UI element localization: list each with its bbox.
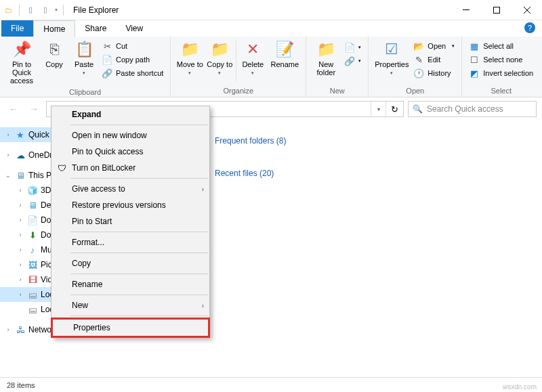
copy-to-button[interactable]: 📁 Copy to ▾ (205, 39, 234, 76)
forward-button[interactable]: → (26, 101, 42, 117)
easy-access-button[interactable]: 🔗▾ (341, 55, 364, 67)
history-button[interactable]: 🕐History (411, 67, 457, 79)
context-menu: Expand Open in new window Pin to Quick a… (51, 106, 210, 338)
cm-format[interactable]: Format... (51, 234, 209, 251)
delete-icon: ✕ (243, 40, 263, 59)
group-label: Clipboard (0, 87, 170, 98)
copy-to-icon: 📁 (209, 40, 230, 59)
shield-icon: 🛡 (56, 162, 68, 174)
rename-button[interactable]: 📝 Rename (268, 39, 301, 68)
svg-rect-1 (493, 7, 499, 13)
chevron-down-icon: ▾ (390, 70, 393, 76)
drive-icon: 🖴 (27, 289, 38, 300)
ribbon-group-select: ▦Select all ☐Select none ◩Invert selecti… (462, 37, 540, 97)
tab-share[interactable]: Share (75, 20, 116, 37)
videos-icon: 🎞 (27, 274, 38, 285)
refresh-button[interactable]: ↻ (385, 102, 403, 116)
downloads-icon: ⬇ (27, 230, 38, 240)
paste-shortcut-icon: 🔗 (102, 68, 112, 79)
separator (70, 125, 208, 125)
desktop-icon: 🖥 (27, 200, 38, 211)
cm-pin-quick-access[interactable]: Pin to Quick access (51, 144, 209, 160)
cm-rename[interactable]: Rename (51, 276, 209, 292)
qat-dropdown-icon[interactable]: ▾ (55, 7, 58, 13)
invert-selection-button[interactable]: ◩Invert selection (466, 67, 536, 79)
edit-button[interactable]: ✎Edit (411, 53, 457, 66)
quick-access-toolbar: 🗀 ▯ ▯ ▾ (0, 5, 68, 16)
paste-shortcut-button[interactable]: 🔗Paste shortcut (99, 67, 166, 79)
separator (70, 274, 208, 274)
help-icon[interactable]: ? (524, 22, 535, 33)
minimize-button[interactable] (451, 0, 481, 20)
separator (70, 253, 208, 253)
chevron-down-icon: ▾ (251, 70, 254, 76)
status-bar: 28 items (0, 377, 542, 392)
copy-path-button[interactable]: 📄Copy path (99, 53, 166, 66)
watermark: wsxdn.com (503, 383, 537, 391)
new-folder-icon: 📁 (316, 40, 336, 59)
new-folder-button[interactable]: 📁 New folder (310, 39, 341, 77)
cm-copy[interactable]: Copy (51, 255, 209, 271)
copy-button[interactable]: ⎘ Copy (39, 39, 69, 68)
cloud-icon: ☁ (15, 150, 26, 160)
search-placeholder: Search Quick access (427, 104, 503, 114)
select-all-button[interactable]: ▦Select all (466, 40, 536, 52)
qat-undo-icon[interactable]: ▯ (40, 5, 51, 16)
separator (70, 295, 208, 295)
cm-properties[interactable]: Properties (53, 320, 208, 336)
ribbon: 📌 Pin to Quick access ⎘ Copy 📋 Paste ▾ ✂… (0, 37, 542, 97)
pin-quick-access-button[interactable]: 📌 Pin to Quick access (4, 39, 39, 85)
cm-give-access[interactable]: Give access to› (51, 181, 209, 197)
ribbon-group-new: 📁 New folder 📄▾ 🔗▾ New (306, 37, 369, 97)
cm-pin-start[interactable]: Pin to Start (51, 213, 209, 230)
paste-icon: 📋 (74, 40, 94, 59)
open-icon: 📂 (413, 41, 424, 51)
delete-button[interactable]: ✕ Delete ▾ (238, 39, 268, 76)
pc-icon: 🖥 (15, 170, 26, 181)
group-label: Select (462, 85, 540, 97)
paste-button[interactable]: 📋 Paste ▾ (69, 39, 99, 76)
close-button[interactable] (512, 0, 542, 20)
drive-icon: 🖴 (27, 304, 38, 315)
group-label: Open (369, 85, 461, 97)
properties-button[interactable]: ☑ Properties ▾ (373, 39, 411, 76)
window-title: File Explorer (73, 5, 119, 15)
separator (70, 178, 208, 179)
chevron-right-icon: › (202, 186, 204, 193)
documents-icon: 📄 (27, 215, 38, 225)
address-dropdown-icon[interactable]: ▾ (371, 102, 385, 116)
copy-path-icon: 📄 (102, 54, 112, 65)
ribbon-tabs: File Home Share View ? (0, 20, 542, 37)
cm-open-new-window[interactable]: Open in new window (51, 127, 209, 144)
easy-access-icon: 🔗 (344, 56, 355, 66)
separator (70, 232, 208, 232)
edit-icon: ✎ (413, 54, 424, 65)
search-box[interactable]: 🔍 Search Quick access (408, 101, 537, 117)
cm-bitlocker[interactable]: 🛡Turn on BitLocker (51, 160, 209, 176)
tab-file[interactable]: File (1, 20, 33, 37)
open-button[interactable]: 📂Open▾ (411, 40, 457, 52)
cut-button[interactable]: ✂Cut (99, 40, 166, 52)
cm-new[interactable]: New› (51, 297, 209, 313)
tab-home[interactable]: Home (33, 20, 75, 37)
new-item-button[interactable]: 📄▾ (341, 41, 364, 53)
select-none-button[interactable]: ☐Select none (466, 53, 536, 66)
cm-expand[interactable]: Expand (51, 106, 209, 123)
properties-icon: ☑ (381, 40, 402, 59)
back-button[interactable]: ← (5, 101, 22, 117)
search-icon: 🔍 (413, 104, 423, 114)
cut-icon: ✂ (102, 41, 112, 51)
cube-icon: 🧊 (27, 185, 38, 196)
move-to-button[interactable]: 📁 Move to ▾ (175, 39, 205, 76)
ribbon-group-clipboard: 📌 Pin to Quick access ⎘ Copy 📋 Paste ▾ ✂… (0, 37, 171, 97)
tab-view[interactable]: View (116, 20, 152, 37)
svg-rect-0 (463, 9, 470, 10)
maximize-button[interactable] (481, 0, 512, 20)
cm-restore-previous[interactable]: Restore previous versions (51, 197, 209, 213)
rename-icon: 📝 (274, 40, 295, 59)
title-bar: 🗀 ▯ ▯ ▾ File Explorer (0, 0, 542, 20)
qat-doc-icon[interactable]: ▯ (25, 5, 36, 16)
group-label: New (306, 85, 368, 97)
separator (19, 5, 20, 16)
chevron-down-icon: ▾ (83, 70, 85, 76)
